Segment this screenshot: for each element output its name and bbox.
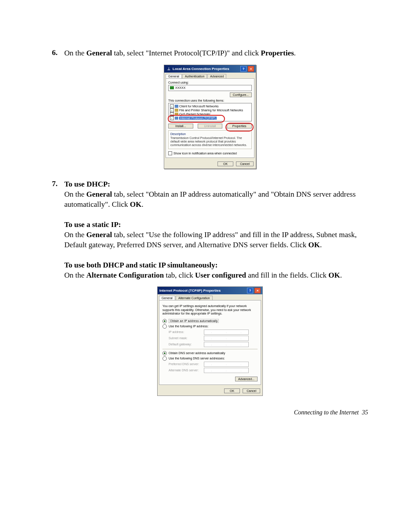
field-dns1: Preferred DNS server:... [169,362,258,367]
radio-label: Use the following IP address: [169,325,209,328]
ip-input: ... [204,362,249,367]
tab-row: General Alternate Configuration [158,294,262,300]
titlebar-icon: ⊥ [166,66,171,71]
step-body: On the General tab, select "Internet Pro… [64,48,296,59]
text: . [142,200,144,209]
adapter-name: XXXXX [175,86,185,89]
radio-label: Obtain DNS server address automatically [169,352,225,355]
ip-input: ... [204,336,249,341]
help-icon[interactable]: ? [247,288,253,293]
text: . [340,271,342,279]
dialog-title: Local Area Connection Properties [173,67,229,71]
radio-row-obtain-dns[interactable]: Obtain DNS server address automatically [162,351,258,355]
list-item[interactable]: File and Printer Sharing for Microsoft N… [169,108,251,112]
close-icon[interactable]: × [248,66,254,72]
ok-button[interactable]: OK [217,161,233,166]
radio-label: Obtain an IP address automatically [169,319,219,323]
bold-alt-config: Alternate Configuration [86,271,164,279]
radio-icon[interactable] [162,319,167,323]
bold-user-configured: User configured [195,271,246,279]
item-label: Internet Protocol (TCP/IP) [179,117,217,120]
figure-2-wrapper: Internet Protocol (TCP/IP) Properties ? … [52,286,368,395]
separator [162,349,258,349]
tab-advanced[interactable]: Advanced [207,74,226,78]
description-heading: Description [170,132,250,135]
text: tab, select "Internet Protocol(TCP/IP)" … [112,49,261,57]
radio-row-obtain-ip[interactable]: Obtain an IP address automatically [162,319,258,323]
lan-properties-dialog: ⊥ Local Area Connection Properties ? × G… [164,65,256,169]
bold-ok: OK [130,200,141,209]
item-label: Client for Microsoft Networks [179,105,218,108]
tab-general[interactable]: General [166,74,182,78]
text: On the [64,231,86,239]
heading-dhcp: To use DHCP: [64,180,110,188]
tab-row: General Authentication Advanced [164,73,256,78]
close-icon[interactable]: × [254,288,261,293]
text: On the [64,271,86,279]
radio-icon[interactable] [162,356,167,361]
radio-icon[interactable] [162,324,167,329]
radio-row-use-dns[interactable]: Use the following DNS server addresses: [162,356,258,361]
adapter-field: XXXXX [168,85,252,91]
tab-general[interactable]: General [159,296,175,300]
heading-static: To use a static IP: [64,220,121,229]
tab-alternate-config[interactable]: Alternate Configuration [176,296,213,300]
checkbox-icon[interactable] [170,108,174,112]
help-icon[interactable]: ? [240,66,247,72]
item-icon [175,109,178,112]
show-icon-label: Show icon in notification area when conn… [173,152,237,155]
ip-input: ... [204,342,249,347]
item-icon [175,117,178,120]
page-footer: Connecting to the Internet 35 [52,409,368,416]
configure-button[interactable]: Configure... [230,92,252,97]
install-button[interactable]: Install... [168,124,193,128]
dialog-panel: Connect using: XXXXX Configure... This c… [166,78,254,158]
cancel-button[interactable]: Cancel [243,388,260,393]
checkbox-icon[interactable] [170,112,174,116]
titlebar: ⊥ Local Area Connection Properties ? × [164,65,256,73]
button-row: Install... Uninstall Properties [168,124,252,128]
list-item[interactable]: Client for Microsoft Networks [169,104,251,108]
field-gateway: Default gateway:... [169,342,258,347]
list-item-tcpip[interactable]: Internet Protocol (TCP/IP) [169,116,251,120]
step-body: To use DHCP: On the General tab, select … [64,179,368,280]
bold-general: General [86,49,112,57]
radio-row-use-ip[interactable]: Use the following IP address: [162,324,258,329]
intro-text: You can get IP settings assigned automat… [162,304,258,315]
description-group: Description Transmission Control Protoco… [168,130,252,149]
text: On the [64,190,86,198]
checkbox-icon[interactable] [168,151,172,155]
cancel-button[interactable]: Cancel [236,161,254,166]
field-dns2: Alternate DNS server:... [169,368,258,373]
dialog-title: Internet Protocol (TCP/IP) Properties [159,289,221,293]
bold-ok: OK [308,241,320,249]
adapter-icon [170,86,174,89]
titlebar: Internet Protocol (TCP/IP) Properties ? … [158,287,262,294]
bold-general: General [86,190,112,198]
list-item[interactable]: QoS Packet Scheduler [169,112,251,116]
text: . [320,241,322,249]
field-ip: IP address:... [169,330,258,335]
item-icon [175,113,178,116]
properties-button[interactable]: Properties [227,124,252,128]
items-label: This connection uses the following items… [168,99,252,102]
field-label: Alternate DNS server: [169,369,204,372]
heading-both: To use both DHCP and static IP simultane… [64,261,217,269]
show-icon-row[interactable]: Show icon in notification area when conn… [168,151,252,155]
text: tab, click [164,271,195,279]
field-label: Preferred DNS server: [169,363,204,366]
text: and fill in the fields. Click [246,271,328,279]
text: On the [64,49,86,57]
ip-input: ... [204,330,249,335]
radio-icon[interactable] [162,351,167,355]
tab-authentication[interactable]: Authentication [182,74,207,78]
ok-button[interactable]: OK [224,388,240,393]
advanced-button[interactable]: Advanced... [235,377,258,381]
checkbox-icon[interactable] [170,116,174,120]
connect-using-label: Connect using: [168,81,252,84]
description-text: Transmission Control Protocol/Internet P… [170,136,250,147]
dialog-button-row: OK Cancel [164,159,256,168]
radio-label: Use the following DNS server addresses: [169,357,225,360]
checkbox-icon[interactable] [170,104,174,108]
figure-1-wrapper: ⊥ Local Area Connection Properties ? × G… [52,65,368,169]
